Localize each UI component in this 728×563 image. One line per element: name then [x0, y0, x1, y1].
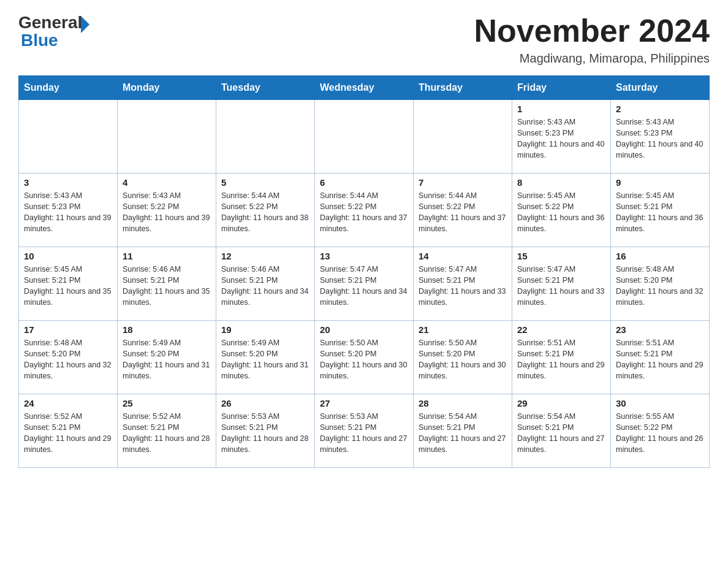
- day-number: 26: [221, 398, 309, 408]
- calendar-cell: 15Sunrise: 5:47 AM Sunset: 5:21 PM Dayli…: [512, 247, 611, 321]
- calendar-cell: 2Sunrise: 5:43 AM Sunset: 5:23 PM Daylig…: [611, 100, 710, 174]
- day-number: 9: [616, 177, 704, 188]
- day-info: Sunrise: 5:45 AM Sunset: 5:22 PM Dayligh…: [517, 190, 605, 235]
- page-header: General Blue November 2024 Magdiwang, Mi…: [18, 12, 710, 66]
- day-info: Sunrise: 5:52 AM Sunset: 5:21 PM Dayligh…: [123, 411, 211, 456]
- calendar-cell: 22Sunrise: 5:51 AM Sunset: 5:21 PM Dayli…: [512, 321, 611, 394]
- col-header-thursday: Thursday: [414, 76, 512, 100]
- day-info: Sunrise: 5:48 AM Sunset: 5:20 PM Dayligh…: [24, 337, 112, 382]
- logo-blue-text: Blue: [21, 31, 58, 50]
- calendar-cell: 14Sunrise: 5:47 AM Sunset: 5:21 PM Dayli…: [414, 247, 512, 321]
- day-number: 4: [123, 177, 211, 188]
- logo: General Blue: [18, 12, 89, 50]
- day-number: 1: [517, 104, 605, 114]
- calendar-cell: 25Sunrise: 5:52 AM Sunset: 5:21 PM Dayli…: [118, 394, 216, 468]
- subtitle: Magdiwang, Mimaropa, Philippines: [474, 52, 710, 66]
- calendar-cell: 9Sunrise: 5:45 AM Sunset: 5:21 PM Daylig…: [611, 174, 710, 247]
- calendar-cell: 3Sunrise: 5:43 AM Sunset: 5:23 PM Daylig…: [19, 174, 118, 247]
- day-info: Sunrise: 5:45 AM Sunset: 5:21 PM Dayligh…: [616, 190, 704, 235]
- calendar-cell: [315, 100, 414, 174]
- day-info: Sunrise: 5:44 AM Sunset: 5:22 PM Dayligh…: [320, 190, 408, 235]
- calendar-cell: 16Sunrise: 5:48 AM Sunset: 5:20 PM Dayli…: [611, 247, 710, 321]
- logo-general-text: General: [18, 13, 82, 33]
- day-info: Sunrise: 5:45 AM Sunset: 5:21 PM Dayligh…: [24, 264, 112, 308]
- col-header-wednesday: Wednesday: [315, 76, 414, 100]
- week-row-5: 24Sunrise: 5:52 AM Sunset: 5:21 PM Dayli…: [19, 394, 710, 468]
- col-header-sunday: Sunday: [19, 76, 118, 100]
- day-number: 13: [320, 251, 408, 261]
- week-row-3: 10Sunrise: 5:45 AM Sunset: 5:21 PM Dayli…: [19, 247, 710, 321]
- calendar-cell: 6Sunrise: 5:44 AM Sunset: 5:22 PM Daylig…: [315, 174, 414, 247]
- day-info: Sunrise: 5:52 AM Sunset: 5:21 PM Dayligh…: [24, 411, 112, 456]
- day-number: 27: [320, 398, 408, 408]
- week-row-4: 17Sunrise: 5:48 AM Sunset: 5:20 PM Dayli…: [19, 321, 710, 394]
- day-number: 8: [517, 177, 605, 188]
- calendar-cell: 30Sunrise: 5:55 AM Sunset: 5:22 PM Dayli…: [611, 394, 710, 468]
- day-number: 15: [517, 251, 605, 261]
- day-info: Sunrise: 5:43 AM Sunset: 5:23 PM Dayligh…: [24, 190, 112, 235]
- calendar-cell: 24Sunrise: 5:52 AM Sunset: 5:21 PM Dayli…: [19, 394, 118, 468]
- day-number: 19: [221, 324, 309, 335]
- calendar-cell: 27Sunrise: 5:53 AM Sunset: 5:21 PM Dayli…: [315, 394, 414, 468]
- day-number: 28: [419, 398, 507, 408]
- calendar-cell: 26Sunrise: 5:53 AM Sunset: 5:21 PM Dayli…: [216, 394, 315, 468]
- calendar-cell: 28Sunrise: 5:54 AM Sunset: 5:21 PM Dayli…: [414, 394, 512, 468]
- calendar-cell: 18Sunrise: 5:49 AM Sunset: 5:20 PM Dayli…: [118, 321, 216, 394]
- col-header-tuesday: Tuesday: [216, 76, 315, 100]
- calendar-cell: 11Sunrise: 5:46 AM Sunset: 5:21 PM Dayli…: [118, 247, 216, 321]
- calendar-cell: 12Sunrise: 5:46 AM Sunset: 5:21 PM Dayli…: [216, 247, 315, 321]
- day-number: 2: [616, 104, 704, 114]
- day-info: Sunrise: 5:53 AM Sunset: 5:21 PM Dayligh…: [221, 411, 309, 456]
- day-number: 17: [24, 324, 112, 335]
- week-row-2: 3Sunrise: 5:43 AM Sunset: 5:23 PM Daylig…: [19, 174, 710, 247]
- day-number: 30: [616, 398, 704, 408]
- calendar-cell: 7Sunrise: 5:44 AM Sunset: 5:22 PM Daylig…: [414, 174, 512, 247]
- day-info: Sunrise: 5:46 AM Sunset: 5:21 PM Dayligh…: [221, 264, 309, 308]
- day-number: 6: [320, 177, 408, 188]
- day-number: 20: [320, 324, 408, 335]
- day-info: Sunrise: 5:47 AM Sunset: 5:21 PM Dayligh…: [419, 264, 507, 308]
- calendar-cell: 5Sunrise: 5:44 AM Sunset: 5:22 PM Daylig…: [216, 174, 315, 247]
- day-number: 7: [419, 177, 507, 188]
- day-info: Sunrise: 5:44 AM Sunset: 5:22 PM Dayligh…: [419, 190, 507, 235]
- calendar-table: SundayMondayTuesdayWednesdayThursdayFrid…: [18, 75, 710, 468]
- calendar-cell: [118, 100, 216, 174]
- day-info: Sunrise: 5:49 AM Sunset: 5:20 PM Dayligh…: [221, 337, 309, 382]
- day-info: Sunrise: 5:53 AM Sunset: 5:21 PM Dayligh…: [320, 411, 408, 456]
- col-header-monday: Monday: [118, 76, 216, 100]
- day-number: 29: [517, 398, 605, 408]
- day-number: 24: [24, 398, 112, 408]
- col-header-saturday: Saturday: [611, 76, 710, 100]
- calendar-cell: [19, 100, 118, 174]
- day-number: 25: [123, 398, 211, 408]
- day-info: Sunrise: 5:47 AM Sunset: 5:21 PM Dayligh…: [517, 264, 605, 308]
- calendar-cell: [414, 100, 512, 174]
- day-info: Sunrise: 5:47 AM Sunset: 5:21 PM Dayligh…: [320, 264, 408, 308]
- day-number: 16: [616, 251, 704, 261]
- calendar-cell: 4Sunrise: 5:43 AM Sunset: 5:22 PM Daylig…: [118, 174, 216, 247]
- day-number: 23: [616, 324, 704, 335]
- day-number: 21: [419, 324, 507, 335]
- calendar-cell: 19Sunrise: 5:49 AM Sunset: 5:20 PM Dayli…: [216, 321, 315, 394]
- day-info: Sunrise: 5:43 AM Sunset: 5:22 PM Dayligh…: [123, 190, 211, 235]
- calendar-cell: 1Sunrise: 5:43 AM Sunset: 5:23 PM Daylig…: [512, 100, 611, 174]
- day-number: 5: [221, 177, 309, 188]
- day-info: Sunrise: 5:46 AM Sunset: 5:21 PM Dayligh…: [123, 264, 211, 308]
- calendar-cell: 17Sunrise: 5:48 AM Sunset: 5:20 PM Dayli…: [19, 321, 118, 394]
- calendar-cell: 29Sunrise: 5:54 AM Sunset: 5:21 PM Dayli…: [512, 394, 611, 468]
- day-number: 11: [123, 251, 211, 261]
- day-info: Sunrise: 5:50 AM Sunset: 5:20 PM Dayligh…: [320, 337, 408, 382]
- day-number: 18: [123, 324, 211, 335]
- calendar-cell: 13Sunrise: 5:47 AM Sunset: 5:21 PM Dayli…: [315, 247, 414, 321]
- day-info: Sunrise: 5:54 AM Sunset: 5:21 PM Dayligh…: [517, 411, 605, 456]
- calendar-cell: 23Sunrise: 5:51 AM Sunset: 5:21 PM Dayli…: [611, 321, 710, 394]
- day-info: Sunrise: 5:50 AM Sunset: 5:20 PM Dayligh…: [419, 337, 507, 382]
- day-info: Sunrise: 5:51 AM Sunset: 5:21 PM Dayligh…: [616, 337, 704, 382]
- calendar-cell: 21Sunrise: 5:50 AM Sunset: 5:20 PM Dayli…: [414, 321, 512, 394]
- day-info: Sunrise: 5:49 AM Sunset: 5:20 PM Dayligh…: [123, 337, 211, 382]
- main-title: November 2024: [474, 12, 710, 49]
- day-header-row: SundayMondayTuesdayWednesdayThursdayFrid…: [19, 76, 710, 100]
- day-info: Sunrise: 5:44 AM Sunset: 5:22 PM Dayligh…: [221, 190, 309, 235]
- day-number: 22: [517, 324, 605, 335]
- calendar-cell: [216, 100, 315, 174]
